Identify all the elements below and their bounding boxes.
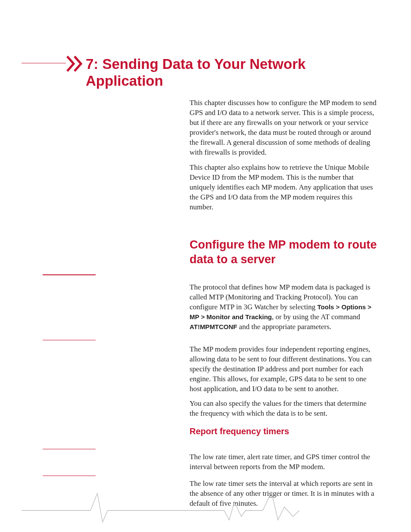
section-rule	[43, 340, 96, 340]
body-paragraph: The MP modem provides four independent r…	[190, 345, 377, 394]
document-page: 7: Sending Data to Your Network Applicat…	[0, 0, 411, 532]
body-paragraph: This chapter discusses how to configure …	[190, 98, 377, 158]
body-paragraph: You can also specify the values for the …	[190, 399, 377, 419]
subsection-heading: Report frequency timers	[190, 426, 289, 436]
at-command: AT!MPMTCONF	[190, 323, 237, 330]
title-lead-line	[22, 63, 66, 63]
body-paragraph: The low rate timer, alert rate timer, an…	[190, 452, 377, 472]
section-rule	[43, 449, 96, 449]
double-chevron-icon	[66, 55, 84, 72]
body-paragraph: This chapter also explains how to retrie…	[190, 163, 377, 212]
body-paragraph: The protocol that defines how MP modem d…	[190, 283, 377, 332]
body-text: and the appropriate parameters.	[237, 323, 332, 331]
section-heading: Configure the MP modem to route data to …	[190, 238, 379, 267]
section-rule	[43, 274, 96, 275]
chapter-title: 7: Sending Data to Your Network Applicat…	[86, 56, 374, 90]
section-rule	[43, 476, 96, 476]
waveform-decoration-icon	[22, 490, 389, 524]
body-text: , or by using the AT command	[272, 313, 360, 321]
